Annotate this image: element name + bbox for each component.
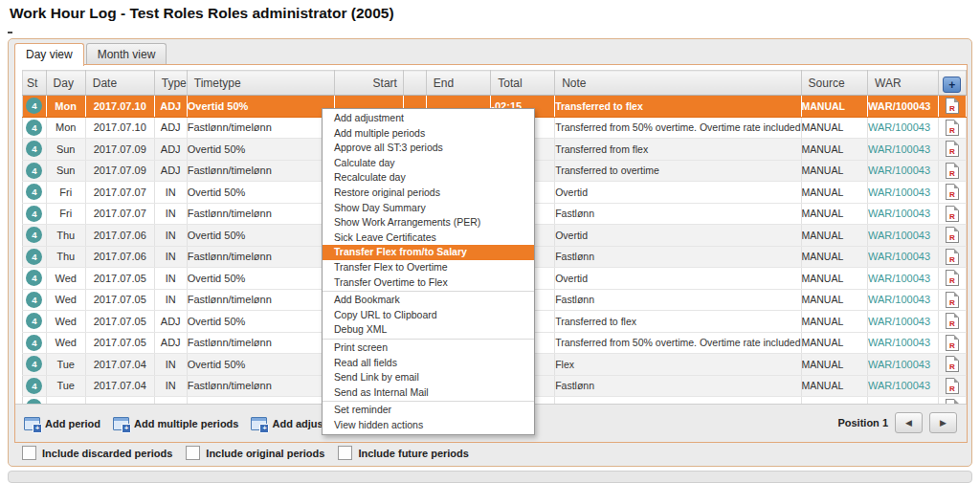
day-cell: Thu [46, 225, 85, 247]
add-column-plus-icon[interactable] [943, 77, 961, 93]
status-cell: 4 [23, 117, 47, 139]
status-cell: 4 [23, 246, 47, 268]
report-icon[interactable] [946, 313, 959, 329]
col-header-type[interactable]: Type [154, 71, 187, 96]
report-icon[interactable] [946, 378, 959, 394]
col-header-note[interactable]: Note [555, 71, 801, 96]
report-icon[interactable] [946, 120, 959, 136]
report-icon[interactable] [946, 98, 959, 114]
menu-item[interactable]: Show Day Summary [323, 201, 534, 216]
col-header-war[interactable]: WAR [868, 71, 939, 96]
report-icon[interactable] [946, 163, 959, 179]
timetype-cell: Fastlønn/timelønn [187, 375, 335, 397]
col-header-source[interactable]: Source [801, 71, 867, 96]
note-cell: Overtid [555, 182, 801, 204]
menu-item[interactable]: Set reminder [323, 403, 534, 418]
war-cell: WAR/100043 [868, 289, 939, 311]
menu-item[interactable]: Transfer Flex from/to Salary [323, 245, 534, 260]
report-icon[interactable] [946, 227, 959, 243]
report-icon[interactable] [946, 184, 959, 200]
war-link[interactable]: WAR/100043 [868, 143, 930, 155]
col-header-st[interactable]: St [23, 71, 47, 96]
status-cell: 4 [23, 311, 47, 333]
menu-item[interactable]: Sick Leave Certificates [323, 231, 534, 246]
add-button[interactable]: Add multiple periods [113, 417, 238, 430]
filter-label: Include future periods [358, 448, 469, 459]
page-fold-icon [954, 163, 959, 167]
position-label: Position 1 [837, 417, 888, 428]
tab-day-view[interactable]: Day view [14, 43, 84, 66]
page-fold-icon [954, 313, 959, 318]
status-badge: 4 [26, 313, 42, 329]
menu-item[interactable]: Add Bookmark [323, 293, 534, 308]
status-badge: 4 [26, 141, 42, 157]
next-position-button[interactable] [929, 412, 957, 433]
menu-item[interactable]: Send as Internal Mail [323, 385, 534, 401]
war-link[interactable]: WAR/100043 [868, 359, 930, 370]
war-link[interactable]: WAR/100043 [868, 121, 930, 133]
menu-item[interactable]: Show Work Arrangements (PER) [323, 215, 534, 231]
menu-item[interactable]: Add multiple periods [323, 126, 534, 142]
menu-item[interactable]: Add adjustment [323, 111, 534, 126]
menu-item[interactable]: Transfer Overtime to Flex [323, 275, 534, 291]
menu-item[interactable]: Recalculate day [323, 170, 534, 186]
menu-item[interactable]: View hidden actions [323, 418, 534, 433]
report-cell [938, 354, 966, 376]
status-badge: 4 [26, 206, 42, 222]
page-fold-icon [954, 270, 959, 274]
menu-item[interactable]: Transfer Flex to Overtime [323, 260, 534, 275]
col-header-end[interactable]: End [426, 71, 491, 96]
menu-item[interactable]: Restore original periods [323, 186, 534, 201]
war-link[interactable]: WAR/100043 [868, 294, 930, 305]
col-header-day[interactable]: Day [46, 71, 85, 96]
source-cell: MANUAL [801, 354, 867, 376]
menu-item[interactable]: Calculate day [323, 156, 534, 171]
report-icon[interactable] [946, 249, 959, 265]
tab-month-view[interactable]: Month view [86, 43, 167, 65]
report-icon[interactable] [946, 206, 959, 222]
context-menu: Add adjustmentAdd multiple periodsApprov… [322, 108, 535, 435]
menu-item[interactable]: Send Link by email [323, 370, 534, 385]
col-header-start[interactable]: Start [335, 71, 403, 96]
col-header-total[interactable]: Total [491, 71, 555, 96]
war-link[interactable]: WAR/100043 [868, 208, 930, 219]
war-link[interactable]: WAR/100043 [868, 230, 930, 241]
war-link[interactable]: WAR/100043 [868, 100, 930, 112]
type-cell: ADJ [154, 139, 187, 161]
war-link[interactable]: WAR/100043 [868, 165, 930, 176]
date-cell: 2017.07.09 [85, 139, 154, 161]
include-discarded-checkbox[interactable] [22, 446, 36, 460]
report-icon[interactable] [946, 270, 959, 286]
timetype-cell: Overtid 50% [187, 311, 335, 333]
menu-item[interactable]: Read all fields [323, 356, 534, 371]
war-link[interactable]: WAR/100043 [868, 380, 930, 391]
report-icon[interactable] [946, 292, 959, 308]
col-header-date[interactable]: Date [85, 71, 154, 96]
include-future-checkbox[interactable] [338, 446, 352, 460]
report-icon[interactable] [946, 356, 959, 372]
include-original-checkbox[interactable] [186, 446, 200, 460]
date-cell: 2017.07.06 [85, 246, 154, 268]
war-link[interactable]: WAR/100043 [868, 316, 930, 327]
status-badge: 4 [26, 184, 42, 200]
menu-item[interactable]: Copy URL to Clipboard [323, 308, 534, 323]
status-badge: 4 [26, 98, 42, 114]
report-icon[interactable] [946, 335, 959, 351]
report-cell [938, 225, 966, 247]
day-cell: Mon [46, 117, 85, 139]
war-link[interactable]: WAR/100043 [868, 187, 930, 198]
timetype-cell: Fastlønn/timelønn [187, 117, 335, 139]
menu-item[interactable]: Approve all ST:3 periods [323, 141, 534, 156]
add-button[interactable]: Add period [24, 417, 100, 430]
timetype-cell: Overtid 50% [187, 182, 335, 204]
menu-item[interactable]: Print screen [323, 340, 534, 356]
menu-item[interactable]: Debug XML [323, 322, 534, 338]
view-tabs: Day view Month view [14, 43, 168, 65]
previous-position-button[interactable] [895, 412, 923, 433]
war-link[interactable]: WAR/100043 [868, 273, 930, 284]
col-header-timetype[interactable]: Timetype [187, 71, 335, 96]
work-hour-log-window: Work Hour Log - Test Roles Roles adminis… [0, 0, 980, 483]
war-link[interactable]: WAR/100043 [868, 251, 930, 262]
war-link[interactable]: WAR/100043 [868, 337, 930, 348]
report-icon[interactable] [946, 141, 959, 157]
